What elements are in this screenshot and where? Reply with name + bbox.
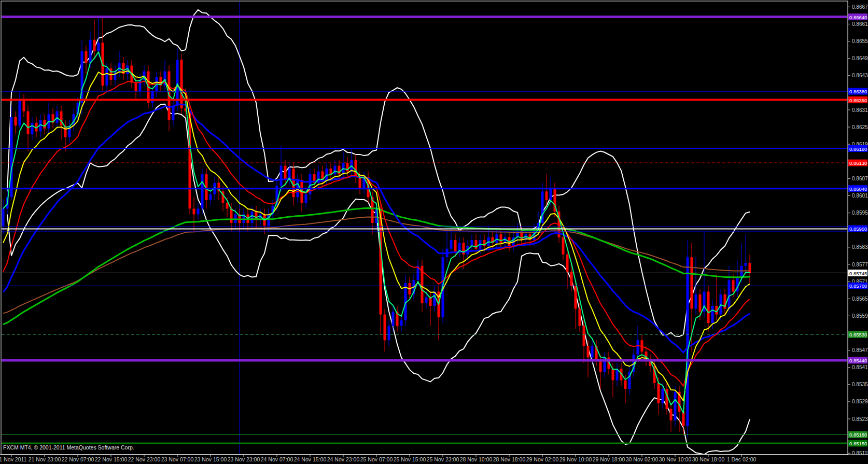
candle-body bbox=[326, 168, 328, 180]
time-axis-label: 23 Nov 23:00 bbox=[228, 456, 260, 462]
candle-body bbox=[691, 257, 693, 308]
candle-body bbox=[27, 111, 30, 134]
copyright-label: FXCM MT4, © 2001-2011 MetaQuotes Softwar… bbox=[3, 444, 134, 451]
candle-body bbox=[280, 166, 283, 186]
candle-body bbox=[711, 306, 714, 323]
price-tick-label: 0.86015 bbox=[852, 193, 868, 199]
time-axis-label: 29 Nov 18:00 bbox=[593, 456, 625, 462]
price-tick-label: 0.85595 bbox=[852, 313, 868, 319]
candle-body bbox=[151, 91, 154, 103]
chart-background bbox=[0, 0, 868, 464]
price-tick-label: 0.85235 bbox=[852, 416, 868, 422]
candle-body bbox=[305, 194, 307, 203]
candle-body bbox=[180, 60, 183, 108]
time-axis-label: 1 Dec 02:00 bbox=[727, 456, 757, 462]
candle-body bbox=[19, 100, 21, 126]
price-tick-label: 0.85415 bbox=[852, 364, 868, 370]
time-axis-label: 30 Nov 18:00 bbox=[692, 456, 725, 462]
candle-body bbox=[695, 294, 697, 309]
price-tick-label: 0.86675 bbox=[852, 4, 868, 10]
time-axis-label: 28 Nov 18:00 bbox=[493, 456, 526, 462]
candle-body bbox=[23, 100, 25, 111]
candle-body bbox=[450, 240, 453, 249]
candle-body bbox=[359, 177, 361, 189]
price-tick-label: 0.85775 bbox=[852, 262, 868, 268]
candle-body bbox=[172, 106, 175, 120]
price-level-tag: 0.85900 bbox=[849, 226, 867, 232]
time-axis-label: 24 Nov 15:00 bbox=[294, 456, 327, 462]
time-axis-label: 25 Nov 23:00 bbox=[427, 456, 459, 462]
price-level-tag: 0.86380 bbox=[849, 89, 867, 94]
price-tick-label: 0.86075 bbox=[852, 176, 868, 181]
candle-body bbox=[197, 208, 200, 214]
time-axis-label: 22 Nov 15:00 bbox=[95, 456, 128, 462]
candle-body bbox=[657, 383, 660, 403]
candle-body bbox=[579, 309, 581, 326]
candle-body bbox=[550, 189, 552, 200]
candle-body bbox=[454, 240, 457, 251]
candle-body bbox=[687, 257, 689, 426]
current-price-tag: 0.85745 bbox=[849, 271, 867, 276]
candlestick-chart-canvas[interactable]: 0.866750.866150.865550.864950.864350.863… bbox=[0, 0, 868, 464]
price-level-tag: 0.85150 bbox=[849, 441, 867, 446]
price-level-tag: 0.86130 bbox=[849, 160, 867, 166]
candle-body bbox=[56, 111, 59, 123]
candle-body bbox=[471, 240, 473, 246]
time-axis-label: 24 Nov 23:00 bbox=[327, 456, 360, 462]
candle-body bbox=[139, 80, 142, 91]
time-axis-label: 21 Nov 23:00 bbox=[29, 456, 61, 462]
candle-body bbox=[749, 263, 751, 273]
time-axis-label: 22 Nov 23:00 bbox=[128, 456, 161, 462]
candle-body bbox=[674, 392, 677, 420]
candle-body bbox=[591, 346, 594, 357]
candle-body bbox=[230, 208, 233, 223]
candle-body bbox=[425, 298, 428, 303]
candle-body bbox=[10, 117, 13, 197]
candle-body bbox=[566, 255, 569, 272]
candle-body bbox=[662, 389, 664, 403]
price-tick-label: 0.86495 bbox=[852, 55, 868, 61]
time-axis-label: 29 Nov 10:00 bbox=[559, 456, 592, 462]
candle-body bbox=[562, 237, 565, 255]
price-tick-label: 0.85115 bbox=[852, 451, 868, 456]
candle-body bbox=[114, 72, 117, 80]
price-level-tag: 0.85700 bbox=[849, 283, 867, 289]
candle-body bbox=[583, 326, 585, 346]
candle-body bbox=[728, 280, 731, 308]
price-level-tag: 0.85440 bbox=[849, 358, 867, 363]
candle-body bbox=[135, 83, 137, 92]
price-tick-label: 0.86555 bbox=[852, 38, 868, 44]
price-tick-label: 0.85835 bbox=[852, 244, 868, 250]
time-axis[interactable]: 21 Nov 201121 Nov 23:0022 Nov 07:0022 No… bbox=[0, 455, 756, 462]
candle-body bbox=[745, 263, 747, 266]
candle-body bbox=[89, 40, 92, 63]
candle-body bbox=[670, 409, 673, 420]
candle-body bbox=[284, 166, 287, 180]
price-level-tag: 0.85180 bbox=[849, 432, 867, 438]
price-level-tag: 0.85530 bbox=[849, 332, 867, 338]
price-tick-label: 0.86435 bbox=[852, 73, 868, 78]
time-axis-label: 24 Nov 07:00 bbox=[261, 456, 293, 462]
candle-body bbox=[201, 174, 204, 208]
candle-body bbox=[106, 68, 108, 86]
candle-body bbox=[189, 111, 191, 209]
candle-body bbox=[699, 294, 702, 312]
price-level-tag: 0.86350 bbox=[849, 97, 867, 103]
candle-body bbox=[587, 346, 590, 357]
price-level-tag: 0.86180 bbox=[849, 146, 867, 152]
price-tick-label: 0.85955 bbox=[852, 210, 868, 216]
price-tick-label: 0.85295 bbox=[852, 399, 868, 404]
price-tick-label: 0.85475 bbox=[852, 347, 868, 353]
candle-body bbox=[570, 272, 573, 286]
time-axis-label: 28 Nov 10:00 bbox=[460, 456, 493, 462]
candle-body bbox=[355, 160, 357, 177]
candle-body bbox=[575, 286, 577, 308]
time-axis-label: 23 Nov 07:00 bbox=[161, 456, 194, 462]
time-axis-label: 23 Nov 15:00 bbox=[194, 456, 227, 462]
candle-body bbox=[60, 111, 63, 126]
candle-body bbox=[44, 120, 46, 129]
candle-body bbox=[740, 266, 743, 277]
candle-body bbox=[384, 315, 386, 341]
candle-body bbox=[2, 208, 5, 226]
price-tick-label: 0.85655 bbox=[852, 296, 868, 302]
